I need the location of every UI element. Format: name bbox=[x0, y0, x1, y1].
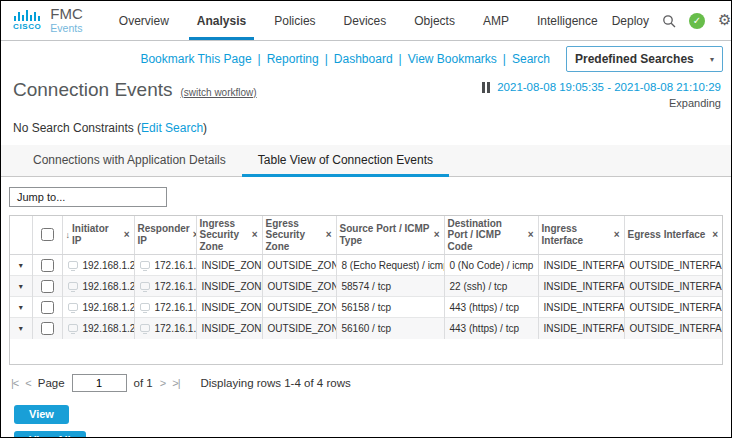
predefined-searches-dropdown[interactable]: Predefined Searches ▾ bbox=[566, 46, 723, 72]
row-checkbox[interactable] bbox=[41, 301, 54, 314]
row-select-cell bbox=[32, 318, 62, 339]
col-initiator-ip: ↓Initiator IP× bbox=[62, 216, 134, 255]
search-link[interactable]: Search bbox=[512, 52, 550, 66]
search-icon[interactable] bbox=[662, 14, 676, 28]
bookmark-links: Bookmark This Page Reporting Dashboard V… bbox=[140, 52, 550, 66]
fmc-window: CISCO FMC Events Overview Analysis Polic… bbox=[0, 0, 732, 438]
col-destination-port: Destination Port / ICMP Code× bbox=[444, 216, 538, 255]
next-page-icon[interactable]: > bbox=[160, 377, 165, 389]
page-label: Page bbox=[38, 377, 65, 389]
initiator-ip-cell: 192.168.1.2 bbox=[62, 255, 134, 276]
time-range-link[interactable]: 2021-08-08 19:05:35 - 2021-08-08 21:10:2… bbox=[497, 79, 721, 96]
row-expand-icon[interactable]: ▾ bbox=[10, 297, 32, 318]
host-icon bbox=[140, 303, 150, 311]
pagination: |< < Page of 1 > >| Displaying rows 1-4 … bbox=[11, 374, 731, 392]
remove-column-icon[interactable]: × bbox=[123, 229, 131, 241]
cisco-logo-bars bbox=[14, 10, 40, 21]
egress-interface-cell: OUTSIDE_INTERFACE bbox=[624, 318, 722, 339]
table-row: ▾ 192.168.1.2 172.16.1.2 INSIDE_ZONE OUT… bbox=[10, 276, 722, 297]
view-button[interactable]: View bbox=[14, 405, 69, 424]
row-expand-icon[interactable]: ▾ bbox=[10, 318, 32, 339]
host-icon bbox=[140, 282, 150, 290]
sort-desc-icon[interactable]: ↓ bbox=[66, 230, 71, 240]
host-icon bbox=[140, 261, 150, 269]
table-row: ▾ 192.168.1.2 172.16.1.2 INSIDE_ZONE OUT… bbox=[10, 255, 722, 276]
nav-item-amp[interactable]: AMP bbox=[469, 1, 523, 40]
select-all-checkbox[interactable] bbox=[41, 228, 54, 241]
last-page-icon[interactable]: >| bbox=[172, 377, 179, 389]
row-select-cell bbox=[32, 255, 62, 276]
egress-zone-cell: OUTSIDE_ZONE bbox=[262, 276, 336, 297]
first-page-icon[interactable]: |< bbox=[11, 377, 18, 389]
bookmark-this-page-link[interactable]: Bookmark This Page bbox=[140, 52, 251, 66]
expander-header bbox=[10, 216, 32, 255]
constraints-suffix: ) bbox=[203, 121, 207, 135]
remove-column-icon[interactable]: × bbox=[613, 229, 621, 241]
tabstrip: Connections with Application Details Tab… bbox=[1, 145, 731, 177]
nav-item-analysis[interactable]: Analysis bbox=[183, 1, 260, 40]
pause-icon[interactable] bbox=[482, 82, 490, 93]
responder-ip-cell: 172.16.1.2 bbox=[134, 276, 196, 297]
responder-ip-cell: 172.16.1.2 bbox=[134, 255, 196, 276]
col-ingress-interface: Ingress Interface× bbox=[538, 216, 624, 255]
cisco-wordmark: CISCO bbox=[13, 22, 41, 31]
tab-table-view-of-connection-events[interactable]: Table View of Connection Events bbox=[242, 145, 449, 176]
select-all-header bbox=[32, 216, 62, 255]
remove-column-icon[interactable]: × bbox=[711, 229, 719, 241]
host-icon bbox=[140, 324, 150, 332]
nav-item-objects[interactable]: Objects bbox=[400, 1, 469, 40]
search-constraints: No Search Constraints (Edit Search) bbox=[1, 112, 731, 135]
row-checkbox[interactable] bbox=[41, 280, 54, 293]
view-all-button[interactable]: View All bbox=[14, 431, 86, 438]
host-icon bbox=[68, 324, 78, 332]
nav-item-devices[interactable]: Devices bbox=[330, 1, 401, 40]
product-name-block: FMC Events bbox=[50, 6, 83, 34]
nav-item-policies[interactable]: Policies bbox=[260, 1, 329, 40]
row-select-cell bbox=[32, 297, 62, 318]
remove-column-icon[interactable]: × bbox=[192, 229, 196, 241]
predefined-searches-label: Predefined Searches bbox=[575, 52, 694, 66]
rows-status: Displaying rows 1-4 of 4 rows bbox=[200, 377, 350, 389]
previous-page-icon[interactable]: < bbox=[25, 377, 30, 389]
row-select-cell bbox=[32, 276, 62, 297]
events-table-container: ↓Initiator IP× Responder IP× Ingress Sec… bbox=[9, 215, 723, 365]
remove-column-icon[interactable]: × bbox=[527, 229, 535, 241]
page-number-input[interactable] bbox=[72, 374, 127, 392]
title-row: Connection Events (switch workflow) 2021… bbox=[1, 77, 731, 112]
link-separator bbox=[399, 52, 402, 66]
view-bookmarks-link[interactable]: View Bookmarks bbox=[408, 52, 497, 66]
time-block: 2021-08-08 19:05:35 - 2021-08-08 21:10:2… bbox=[482, 79, 721, 112]
host-icon bbox=[68, 261, 78, 269]
tab-connections-with-application-details[interactable]: Connections with Application Details bbox=[17, 145, 242, 176]
row-expand-icon[interactable]: ▾ bbox=[10, 255, 32, 276]
destination-port-cell: 443 (https) / tcp bbox=[444, 297, 538, 318]
row-expand-icon[interactable]: ▾ bbox=[10, 276, 32, 297]
initiator-ip-cell: 192.168.1.2 bbox=[62, 297, 134, 318]
remove-column-icon[interactable]: × bbox=[433, 229, 441, 241]
dashboard-link[interactable]: Dashboard bbox=[334, 52, 393, 66]
nav-item-intelligence[interactable]: Intelligence bbox=[523, 1, 612, 40]
remove-column-icon[interactable]: × bbox=[325, 229, 333, 241]
destination-port-cell: 0 (No Code) / icmp bbox=[444, 255, 538, 276]
egress-zone-cell: OUTSIDE_ZONE bbox=[262, 318, 336, 339]
table-header-row: ↓Initiator IP× Responder IP× Ingress Sec… bbox=[10, 216, 722, 255]
egress-zone-cell: OUTSIDE_ZONE bbox=[262, 297, 336, 318]
remove-column-icon[interactable]: × bbox=[251, 229, 259, 241]
destination-port-cell: 443 (https) / tcp bbox=[444, 318, 538, 339]
nav-item-overview[interactable]: Overview bbox=[105, 1, 183, 40]
switch-workflow-link[interactable]: (switch workflow) bbox=[181, 87, 257, 98]
col-ingress-security-zone: Ingress Security Zone× bbox=[196, 216, 262, 255]
deploy-status-icon[interactable]: ✓ bbox=[689, 13, 705, 29]
row-checkbox[interactable] bbox=[41, 259, 54, 272]
edit-search-link[interactable]: Edit Search bbox=[141, 121, 203, 135]
deploy-button[interactable]: Deploy bbox=[612, 14, 649, 28]
reporting-link[interactable]: Reporting bbox=[267, 52, 319, 66]
initiator-ip-cell: 192.168.1.2 bbox=[62, 276, 134, 297]
gear-icon[interactable]: ⚙ bbox=[718, 13, 731, 28]
ingress-zone-cell: INSIDE_ZONE bbox=[196, 318, 262, 339]
page-of-label: of 1 bbox=[134, 377, 153, 389]
egress-interface-cell: OUTSIDE_INTERFACE bbox=[624, 276, 722, 297]
jump-to-dropdown[interactable]: Jump to... bbox=[9, 187, 167, 207]
row-checkbox[interactable] bbox=[41, 322, 54, 335]
product-name: FMC bbox=[50, 6, 83, 23]
